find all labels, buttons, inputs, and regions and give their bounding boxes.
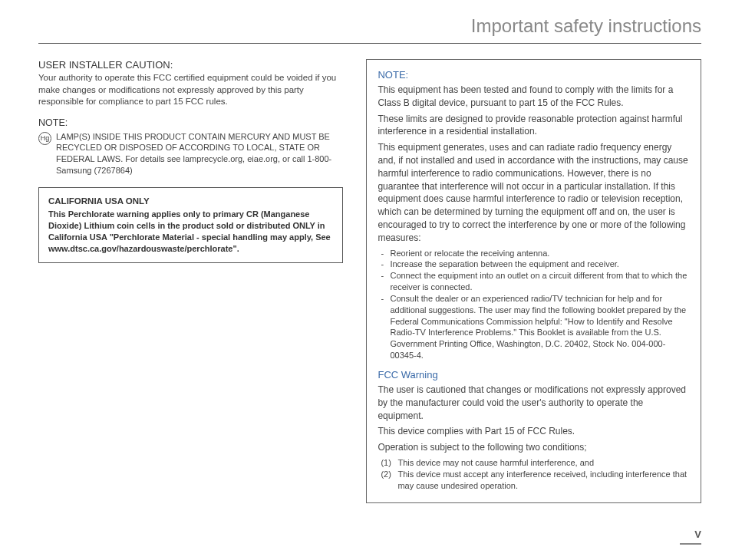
california-warning-title: CALIFORNIA USA ONLY [48,196,333,208]
bullet-dash: - [381,248,387,259]
page-number-bar [680,543,701,545]
condition-item: (1)This device may not cause harmful int… [381,457,690,469]
list-item: -Reorient or relocate the receiving ante… [381,248,690,259]
installer-caution-body: Your authority to operate this FCC certi… [38,72,343,108]
condition-text: This device may not cause harmful interf… [397,457,594,469]
list-item-text: Increase the separation between the equi… [390,259,618,270]
fcc-note-p1: This equipment has been tested and found… [378,84,690,110]
page-number-text: V [694,529,701,540]
right-note-label: NOTE: [378,69,690,81]
fcc-warning-p3: Operation is subject to the following tw… [378,441,690,454]
condition-number: (1) [381,457,394,469]
mercury-notice: Hg LAMP(S) INSIDE THIS PRODUCT CONTAIN M… [38,131,343,176]
list-item: -Connect the equipment into an outlet on… [381,270,690,293]
list-item-text: Connect the equipment into an outlet on … [390,270,690,293]
condition-number: (2) [381,469,394,492]
left-note-label: NOTE: [38,117,343,128]
fcc-conditions-list: (1)This device may not cause harmful int… [378,457,690,492]
fcc-note-p3: This equipment generates, uses and can r… [378,141,690,244]
left-column: USER INSTALLER CAUTION: Your authority t… [38,59,343,503]
right-column: NOTE: This equipment has been tested and… [366,59,701,503]
california-warning-box: CALIFORNIA USA ONLY This Perchlorate war… [38,187,343,263]
bullet-dash: - [381,270,387,293]
condition-item: (2)This device must accept any interfere… [381,469,690,492]
document-page: Important safety instructions USER INSTA… [0,0,732,560]
california-warning-body: This Perchlorate warning applies only to… [48,209,333,254]
list-item: -Consult the dealer or an experienced ra… [381,293,690,361]
mercury-notice-text: LAMP(S) INSIDE THIS PRODUCT CONTAIN MERC… [56,131,343,176]
page-number: V [680,529,701,545]
fcc-warning-p2: This device complies with Part 15 of FCC… [378,425,690,438]
condition-text: This device must accept any interference… [397,469,690,492]
fcc-note-p2: These limits are designed to provide rea… [378,113,690,139]
fcc-warning-heading: FCC Warning [378,369,690,380]
list-item: -Increase the separation between the equ… [381,259,690,270]
interference-measures-list: -Reorient or relocate the receiving ante… [378,248,690,361]
page-title: Important safety instructions [38,15,701,44]
mercury-icon: Hg [38,132,51,145]
fcc-warning-p1: The user is cautioned that changes or mo… [378,384,690,422]
bullet-dash: - [381,259,387,270]
list-item-text: Consult the dealer or an experienced rad… [390,293,690,361]
content-columns: USER INSTALLER CAUTION: Your authority t… [38,59,701,503]
fcc-notice-box: NOTE: This equipment has been tested and… [366,59,701,503]
list-item-text: Reorient or relocate the receiving anten… [390,248,549,259]
installer-caution-heading: USER INSTALLER CAUTION: [38,59,343,71]
bullet-dash: - [381,293,387,361]
